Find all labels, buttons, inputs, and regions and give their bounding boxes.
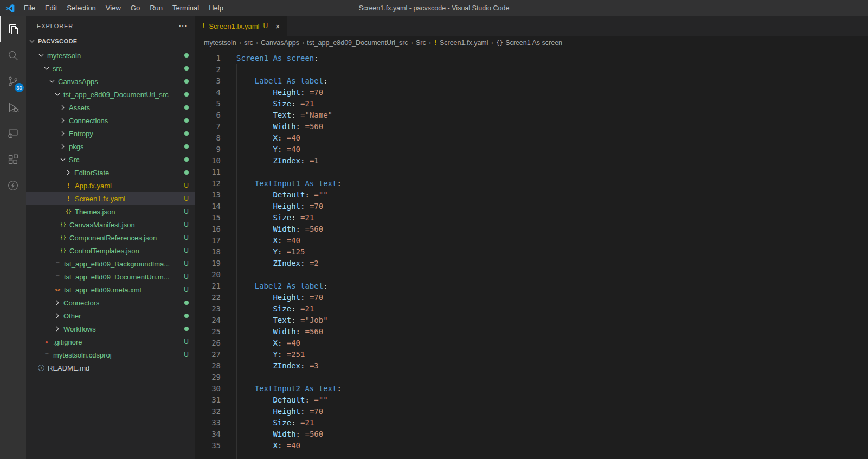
breadcrumb-label: CanvasApps (261, 39, 299, 47)
tree-folder-Src[interactable]: Src (26, 153, 195, 166)
activity-explorer[interactable] (0, 16, 26, 42)
code-line-31[interactable]: 31 Default: ="" (195, 394, 868, 406)
code-line-4[interactable]: 4 Height: =70 (195, 87, 868, 98)
tree-folder-EditorState[interactable]: EditorState (26, 166, 195, 179)
tab-screen1-fx-yaml[interactable]: ! Screen1.fx.yaml U × (195, 16, 287, 36)
menu-go[interactable]: Go (126, 0, 145, 16)
breadcrumb-item[interactable]: !Screen1.fx.yaml (434, 39, 488, 47)
tree-folder-Connections[interactable]: Connections (26, 114, 195, 127)
code-line-12[interactable]: 12 TextInput1 As text: (195, 178, 868, 189)
tree-file-App.fx.yaml[interactable]: !App.fx.yamlU (26, 179, 195, 192)
tree-folder-Assets[interactable]: Assets (26, 101, 195, 114)
tree-file-Themes.json[interactable]: {}Themes.jsonU (26, 205, 195, 218)
code-line-1[interactable]: 1Screen1 As screen: (195, 53, 868, 64)
line-number: 9 (195, 144, 221, 155)
tree-folder-Workflows[interactable]: Workflows (26, 322, 195, 335)
xml-file-icon: <> (53, 285, 62, 294)
tree-file-ControlTemplates.json[interactable]: {}ControlTemplates.jsonU (26, 244, 195, 257)
line-number: 23 (195, 303, 221, 315)
breadcrumb-item[interactable]: src (244, 39, 253, 47)
tree-folder-pkgs[interactable]: pkgs (26, 140, 195, 153)
line-number: 19 (195, 258, 221, 269)
section-pacvscode[interactable]: PACVSCODE (26, 35, 195, 47)
menu-help[interactable]: Help (204, 0, 228, 16)
code-line-30[interactable]: 30 TextInput2 As text: (195, 383, 868, 394)
breadcrumb-item[interactable]: {}Screen1 As screen (496, 39, 562, 47)
menu-run[interactable]: Run (145, 0, 168, 16)
tree-folder-mytestsoln[interactable]: mytestsoln (26, 49, 195, 62)
tree-file-mytestsoln.cdsproj[interactable]: ≡mytestsoln.cdsprojU (26, 348, 195, 361)
breadcrumb-item[interactable]: Src (416, 39, 426, 47)
line-number: 10 (195, 155, 221, 167)
code-line-23[interactable]: 23 Size: =21 (195, 303, 868, 315)
code-line-22[interactable]: 22 Height: =70 (195, 292, 868, 303)
tree-file-tst_app_e8d09_BackgroundIma...[interactable]: ≡tst_app_e8d09_BackgroundIma...U (26, 257, 195, 270)
breadcrumb-label: Src (416, 39, 426, 47)
code-line-33[interactable]: 33 Size: =21 (195, 417, 868, 429)
breadcrumb-item[interactable]: tst_app_e8d09_DocumentUri_src (307, 39, 408, 47)
tree-folder-Entropy[interactable]: Entropy (26, 127, 195, 140)
code-line-11[interactable]: 11 (195, 167, 868, 178)
line-number: 6 (195, 110, 221, 121)
code-line-29[interactable]: 29 (195, 372, 868, 383)
code-line-6[interactable]: 6 Text: ="Name" (195, 110, 868, 121)
run-debug-icon (7, 101, 20, 114)
activity-remote-explorer[interactable] (0, 120, 26, 146)
code-line-18[interactable]: 18 Y: =125 (195, 246, 868, 258)
code-line-21[interactable]: 21 Label2 As label: (195, 280, 868, 292)
activity-extensions[interactable] (0, 146, 26, 173)
close-icon[interactable]: × (272, 21, 283, 31)
code-line-19[interactable]: 19 ZIndex: =2 (195, 258, 868, 269)
breadcrumb-item[interactable]: mytestsoln (204, 39, 236, 47)
tree-folder-Connectors[interactable]: Connectors (26, 296, 195, 309)
tree-file-ComponentReferences.json[interactable]: {}ComponentReferences.jsonU (26, 231, 195, 244)
tree-folder-CanvasApps[interactable]: CanvasApps (26, 75, 195, 88)
menu-view[interactable]: View (101, 0, 126, 16)
code-line-14[interactable]: 14 Height: =70 (195, 201, 868, 212)
code-line-3[interactable]: 3 Label1 As label: (195, 75, 868, 87)
tree-file-README.md[interactable]: iREADME.md (26, 361, 195, 374)
tree-folder-Other[interactable]: Other (26, 309, 195, 322)
code-line-9[interactable]: 9 Y: =40 (195, 144, 868, 155)
code-line-28[interactable]: 28 ZIndex: =3 (195, 360, 868, 372)
code-line-10[interactable]: 10 ZIndex: =1 (195, 155, 868, 167)
menu-terminal[interactable]: Terminal (168, 0, 204, 16)
code-line-13[interactable]: 13 Default: ="" (195, 189, 868, 201)
code-line-2[interactable]: 2 (195, 64, 868, 75)
menu-file[interactable]: File (19, 0, 40, 16)
menu-selection[interactable]: Selection (62, 0, 100, 16)
git-status-badge: U (184, 247, 189, 254)
code-line-16[interactable]: 16 Width: =560 (195, 224, 868, 235)
git-status-badge: U (184, 260, 189, 267)
activity-run-debug[interactable] (0, 94, 26, 120)
tree-file-tst_app_e8d09.meta.xml[interactable]: <>tst_app_e8d09.meta.xmlU (26, 283, 195, 296)
tree-file-Screen1.fx.yaml[interactable]: !Screen1.fx.yamlU (26, 192, 195, 205)
code-line-25[interactable]: 25 Width: =560 (195, 326, 868, 337)
tree-folder-tst_app_e8d09_DocumentUri_src[interactable]: tst_app_e8d09_DocumentUri_src (26, 88, 195, 101)
tree-folder-src[interactable]: src (26, 62, 195, 75)
activity-power-platform[interactable] (0, 173, 26, 199)
minimize-button[interactable]: — (821, 0, 846, 16)
breadcrumb-item[interactable]: CanvasApps (261, 39, 299, 47)
more-actions-icon[interactable]: ⋯ (178, 21, 188, 31)
code-line-15[interactable]: 15 Size: =21 (195, 212, 868, 224)
code-line-35[interactable]: 35 X: =40 (195, 440, 868, 451)
tree-file-tst_app_e8d09_DocumentUri.m...[interactable]: ≡tst_app_e8d09_DocumentUri.m...U (26, 270, 195, 283)
code-line-8[interactable]: 8 X: =40 (195, 132, 868, 144)
code-line-27[interactable]: 27 Y: =251 (195, 349, 868, 360)
code-line-7[interactable]: 7 Width: =560 (195, 121, 868, 132)
code-line-5[interactable]: 5 Size: =21 (195, 98, 868, 110)
code-line-17[interactable]: 17 X: =40 (195, 235, 868, 246)
activity-search[interactable] (0, 42, 26, 68)
code-line-24[interactable]: 24 Text: ="Job" (195, 315, 868, 326)
menu-edit[interactable]: Edit (40, 0, 62, 16)
code-line-20[interactable]: 20 (195, 269, 868, 280)
tree-file-CanvasManifest.json[interactable]: {}CanvasManifest.jsonU (26, 218, 195, 231)
git-status-badge: U (263, 22, 268, 30)
code-line-26[interactable]: 26 X: =40 (195, 337, 868, 349)
tree-file-.gitignore[interactable]: ◆.gitignoreU (26, 335, 195, 348)
activity-source-control[interactable]: 30 (0, 68, 26, 94)
tree-item-label: Screen1.fx.yaml (75, 195, 125, 203)
code-line-34[interactable]: 34 Width: =560 (195, 429, 868, 440)
code-line-32[interactable]: 32 Height: =70 (195, 406, 868, 417)
